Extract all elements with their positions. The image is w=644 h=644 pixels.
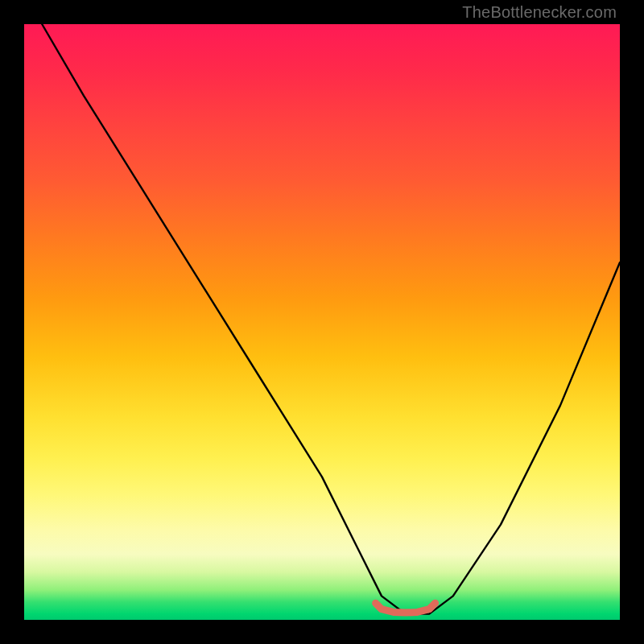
sweet-spot-marker bbox=[376, 603, 436, 613]
chart-stage: TheBottlenecker.com bbox=[0, 0, 644, 644]
watermark-text: TheBottlenecker.com bbox=[462, 3, 617, 22]
chart-svg bbox=[24, 24, 620, 620]
plot-area bbox=[24, 24, 620, 620]
bottleneck-curve bbox=[42, 24, 620, 614]
